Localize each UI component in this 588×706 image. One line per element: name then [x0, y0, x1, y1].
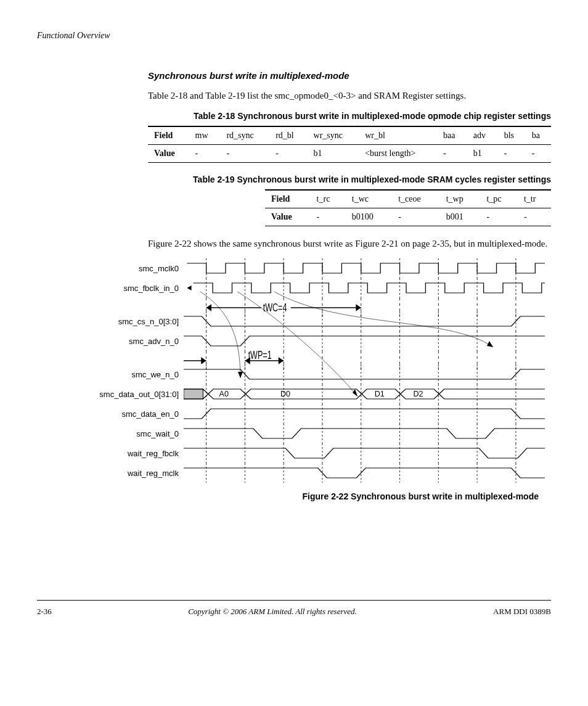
signal-label: smc_mclk0: [74, 264, 184, 273]
svg-marker-63: [279, 357, 284, 364]
signal-label: smc_wait_0: [74, 429, 184, 438]
cell: -: [220, 145, 269, 163]
table-2-18-caption: Table 2-18 Synchronous burst write in mu…: [148, 110, 551, 122]
table-header: rd_sync: [220, 126, 269, 145]
signal-label: smc_data_en_0: [74, 409, 184, 419]
signal-label: smc_data_out_0[31:0]: [74, 390, 184, 399]
svg-rect-82: [184, 389, 203, 399]
table-header: wr_sync: [308, 126, 359, 145]
table-header: baa: [437, 126, 467, 145]
cell: -: [526, 145, 551, 163]
cell: -: [437, 145, 467, 163]
signal-row: smc_wait_0: [74, 424, 545, 443]
cell: -: [498, 145, 526, 163]
annotation-row: tWC=4: [74, 298, 545, 311]
table-header: adv: [467, 126, 498, 145]
table-header: bls: [498, 126, 526, 145]
table-2-19-caption: Table 2-19 Synchronous burst write in mu…: [148, 174, 551, 186]
cell: -: [311, 208, 346, 226]
signal-label: smc_adv_n_0: [74, 337, 184, 346]
table-header: t_wc: [346, 190, 392, 208]
signal-row: smc_data_en_0: [74, 404, 545, 424]
timing-diagram: smc_mclk0 smc_fbclk_in_0: [74, 258, 545, 501]
signal-row: smc_adv_n_0: [74, 331, 545, 351]
intro-paragraph: Table 2-18 and Table 2-19 list the smc_o…: [148, 89, 551, 102]
signal-label: smc_cs_n_0[3:0]: [74, 317, 184, 326]
page-footer: 2-36 Copyright © 2006 ARM Limited. All r…: [37, 600, 551, 617]
annotation-row: tWP=1: [74, 351, 545, 364]
signal-row: smc_mclk0: [74, 258, 545, 278]
table-header: wr_bl: [359, 126, 437, 145]
cell: b1: [308, 145, 359, 163]
svg-text:D1: D1: [375, 390, 385, 399]
signal-label: smc_we_n_0: [74, 370, 184, 379]
cell: <burst length>: [359, 145, 437, 163]
figure-2-22-caption: Figure 2-22 Synchronous burst write in m…: [74, 491, 539, 501]
signal-row: wait_reg_fbclk: [74, 443, 545, 463]
figure-reference-paragraph: Figure 2-22 shows the same synchronous b…: [148, 237, 551, 250]
signal-row: smc_fbclk_in_0: [74, 278, 545, 298]
cell: -: [189, 145, 221, 163]
page-number: 2-36: [37, 607, 52, 617]
table-header: rd_bl: [269, 126, 307, 145]
cell: -: [392, 208, 439, 226]
twp-annotation: tWP=1: [248, 351, 272, 361]
cell: -: [480, 208, 517, 226]
running-head: Functional Overview: [37, 31, 551, 41]
copyright: Copyright © 2006 ARM Limited. All rights…: [188, 607, 357, 617]
cell: b001: [440, 208, 481, 226]
cell: -: [269, 145, 307, 163]
table-header: t_wp: [440, 190, 481, 208]
row-label: Value: [265, 208, 311, 226]
signal-label: smc_fbclk_in_0: [74, 284, 184, 293]
svg-marker-18: [187, 285, 191, 290]
table-header: t_ceoe: [392, 190, 439, 208]
table-2-18: Field mw rd_sync rd_bl wr_sync wr_bl baa…: [148, 126, 551, 163]
signal-row: smc_cs_n_0[3:0]: [74, 311, 545, 331]
signal-row: smc_we_n_0: [74, 364, 545, 384]
cell: -: [518, 208, 551, 226]
svg-marker-29: [206, 304, 211, 311]
table-2-19: Field t_rc t_wc t_ceoe t_wp t_pc t_tr Va…: [265, 189, 551, 226]
table-row: Value - b0100 - b001 - -: [265, 208, 551, 226]
svg-marker-30: [356, 304, 361, 311]
cell: b0100: [346, 208, 392, 226]
table-row: Value - - - b1 <burst length> - b1 - -: [148, 145, 551, 163]
doc-id: ARM DDI 0389B: [493, 607, 551, 617]
svg-text:A0: A0: [219, 390, 229, 399]
table-header: t_pc: [480, 190, 517, 208]
signal-row: wait_reg_mclk: [74, 463, 545, 483]
table-header: Field: [265, 190, 311, 208]
table-header: mw: [189, 126, 221, 145]
table-header: ba: [526, 126, 551, 145]
table-header: t_rc: [311, 190, 346, 208]
signal-label: wait_reg_fbclk: [74, 449, 184, 458]
row-label: Value: [148, 145, 189, 163]
table-header: Field: [148, 126, 189, 145]
svg-text:D2: D2: [414, 390, 423, 399]
table-header: t_tr: [518, 190, 551, 208]
svg-marker-60: [201, 357, 206, 364]
signal-row: smc_data_out_0[31:0] A0 D0 D1: [74, 384, 545, 404]
cell: b1: [467, 145, 498, 163]
svg-text:D0: D0: [280, 390, 290, 399]
signal-label: wait_reg_mclk: [74, 469, 184, 478]
section-subheading: Synchronous burst write in multiplexed-m…: [148, 70, 551, 81]
